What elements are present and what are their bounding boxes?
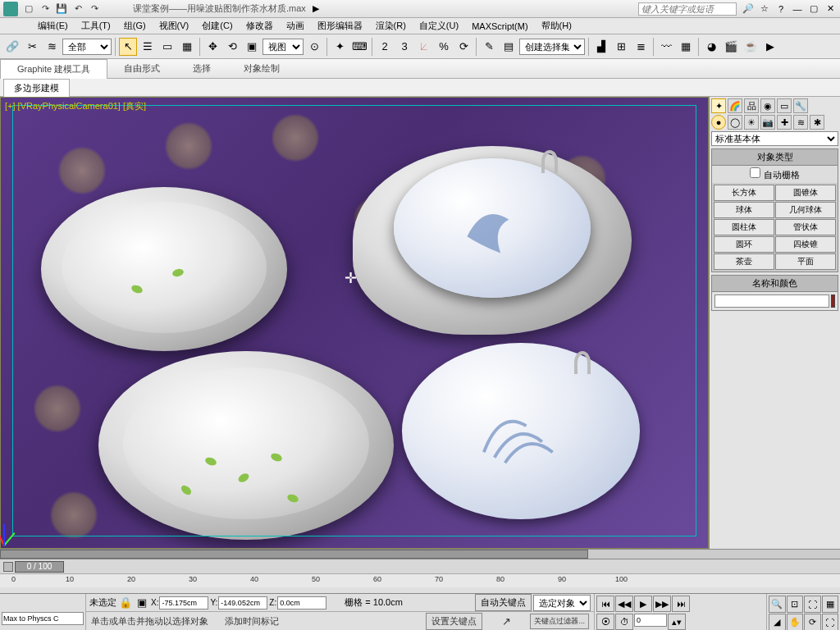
open-file-icon[interactable]: ↷ [39, 3, 51, 15]
autokey-button[interactable]: 自动关键点 [475, 594, 532, 611]
named-selection-select[interactable]: 创建选择集 [519, 39, 585, 55]
maximize-icon[interactable]: ▢ [807, 3, 820, 15]
maxscript-listener[interactable] [2, 612, 84, 625]
zoom-extents-icon[interactable]: ⛶ [804, 596, 821, 613]
pyramid-button[interactable]: 四棱锥 [775, 236, 836, 253]
zoom-extents-all-icon[interactable]: ▦ [822, 596, 839, 613]
key-mode-toggle-icon[interactable]: ⦿ [596, 614, 614, 630]
menu-group[interactable]: 组(G) [119, 18, 151, 34]
systems-icon[interactable]: ✱ [810, 115, 824, 130]
next-frame-icon[interactable]: ▶▶ [653, 596, 671, 612]
window-crossing-icon[interactable]: ▦ [178, 38, 196, 56]
current-frame-input[interactable] [634, 614, 667, 627]
object-name-input[interactable] [714, 294, 829, 308]
render-setup-icon[interactable]: 🎬 [722, 38, 740, 56]
ribbon-tab-freeform[interactable]: 自由形式 [107, 59, 176, 78]
menu-help[interactable]: 帮助(H) [536, 18, 577, 34]
modify-panel-icon[interactable]: 🌈 [728, 98, 742, 113]
percent-snap-icon[interactable]: % [435, 38, 453, 56]
menu-tools[interactable]: 工具(T) [76, 18, 116, 34]
key-target-select[interactable]: 选定对象 [533, 595, 591, 611]
use-center-icon[interactable]: ⊙ [305, 38, 323, 56]
plane-button[interactable]: 平面 [775, 253, 836, 270]
goto-end-icon[interactable]: ⏭ [672, 596, 690, 612]
help-search-input[interactable] [638, 2, 737, 16]
prev-frame-icon[interactable]: ◀◀ [615, 596, 633, 612]
time-tag-prompt[interactable]: 添加时间标记 [225, 615, 279, 628]
minimize-icon[interactable]: — [791, 3, 804, 15]
select-region-icon[interactable]: ▭ [158, 38, 176, 56]
select-by-name-icon[interactable]: ☰ [139, 38, 157, 56]
unlink-icon[interactable]: ✂ [23, 38, 41, 56]
spinner-snap-icon[interactable]: ⟳ [454, 38, 472, 56]
keyboard-shortcut-icon[interactable]: ⌨ [350, 38, 368, 56]
undo-icon[interactable]: ↶ [72, 3, 84, 15]
menu-views[interactable]: 视图(V) [154, 18, 194, 34]
isolate-icon[interactable]: ▣ [135, 596, 149, 609]
hierarchy-panel-icon[interactable]: 品 [744, 98, 759, 113]
zoom-all-icon[interactable]: ⊡ [787, 596, 804, 613]
layers-icon[interactable]: ≣ [632, 38, 650, 56]
curve-editor-icon[interactable]: 〰 [657, 38, 675, 56]
redo-icon[interactable]: ↷ [89, 3, 100, 15]
geometry-icon[interactable]: ● [711, 115, 726, 130]
mirror-icon[interactable]: ▟ [592, 38, 610, 56]
coord-x-input[interactable] [159, 596, 208, 609]
new-file-icon[interactable]: ▢ [23, 3, 34, 15]
shapes-icon[interactable]: ◯ [728, 115, 742, 130]
menu-edit[interactable]: 编辑(E) [33, 18, 73, 34]
select-object-icon[interactable]: ↖ [119, 38, 137, 56]
named-sel-sets-icon[interactable]: ▤ [500, 38, 518, 56]
snap-2d-icon[interactable]: 2 [376, 38, 394, 56]
scale-icon[interactable]: ▣ [243, 38, 261, 56]
autogrid-checkbox[interactable]: 自动栅格 [711, 166, 838, 183]
lights-icon[interactable]: ☀ [744, 115, 759, 130]
render-icon[interactable]: ▶ [761, 38, 779, 56]
menu-maxscript[interactable]: MAXScript(M) [467, 20, 532, 33]
coord-y-input[interactable] [218, 596, 267, 609]
frame-spinner-icon[interactable]: ▴▾ [668, 614, 686, 630]
menu-render[interactable]: 渲染(R) [371, 18, 411, 34]
primitive-category-select[interactable]: 标准基本体 [711, 131, 838, 146]
play-anim-icon[interactable]: ▶ [634, 596, 652, 612]
close-icon[interactable]: ✕ [824, 3, 837, 15]
selection-filter-select[interactable]: 全部 [62, 39, 112, 55]
time-slider[interactable]: 0 / 100 [15, 561, 64, 573]
rotate-icon[interactable]: ⟲ [223, 38, 241, 56]
viewport-label[interactable]: [+] [VRayPhysicalCamera01] [真实] [5, 100, 146, 112]
viewport[interactable]: [+] [VRayPhysicalCamera01] [真实] ✛ [0, 97, 709, 549]
menu-create[interactable]: 创建(C) [197, 18, 237, 34]
link-icon[interactable]: 🔗 [3, 38, 21, 56]
play-icon[interactable]: ▶ [313, 3, 319, 14]
menu-customize[interactable]: 自定义(U) [414, 18, 463, 34]
render-frame-icon[interactable]: ☕ [742, 38, 760, 56]
zoom-icon[interactable]: 🔍 [769, 596, 786, 613]
create-panel-icon[interactable]: ✦ [711, 98, 726, 113]
time-ruler[interactable]: 0 10 20 30 40 50 60 70 80 90 100 [0, 574, 840, 587]
move-icon[interactable]: ✥ [203, 38, 221, 56]
time-config-icon[interactable]: ⏱ [615, 614, 633, 630]
ribbon-tab-graphite[interactable]: Graphite 建模工具 [0, 59, 107, 79]
pan-icon[interactable]: ✋ [787, 614, 804, 630]
cylinder-button[interactable]: 圆柱体 [714, 219, 774, 235]
tube-button[interactable]: 管状体 [775, 219, 836, 235]
max-toggle-icon[interactable]: ⛶ [822, 614, 839, 630]
manipulate-icon[interactable]: ✦ [331, 38, 349, 56]
helpers-icon[interactable]: ✚ [777, 115, 792, 130]
menu-animation[interactable]: 动画 [281, 18, 309, 34]
key-mode-icon[interactable]: ↗ [499, 614, 514, 628]
align-icon[interactable]: ⊞ [612, 38, 630, 56]
coord-z-input[interactable] [277, 596, 326, 609]
motion-panel-icon[interactable]: ◉ [760, 98, 775, 113]
ribbon-tab-paint[interactable]: 对象绘制 [227, 59, 296, 78]
object-type-rollout[interactable]: 对象类型 [711, 148, 838, 166]
spacewarps-icon[interactable]: ≋ [793, 115, 808, 130]
viewport-scrollbar[interactable] [0, 549, 840, 559]
cone-button[interactable]: 圆锥体 [775, 185, 836, 201]
name-color-rollout[interactable]: 名称和颜色 [711, 275, 838, 292]
help-icon[interactable]: ? [774, 3, 788, 15]
favorite-icon[interactable]: ☆ [758, 3, 771, 15]
lock-selection-icon[interactable]: 🔒 [118, 596, 133, 609]
fov-icon[interactable]: ◢ [769, 614, 786, 630]
material-editor-icon[interactable]: ◕ [702, 38, 720, 56]
